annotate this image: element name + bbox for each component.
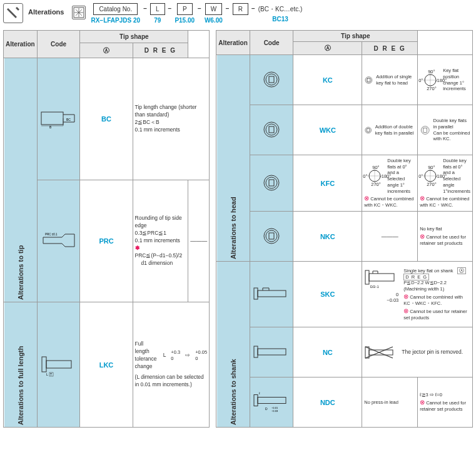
section-head: Alterations to head (216, 55, 250, 262)
svg-point-18 (266, 124, 277, 135)
ndc-d: ℓ≧3 ⇨ ℓ=0 ⊗ Cannot be used for retainer … (418, 377, 473, 428)
svg-rect-38 (254, 346, 258, 357)
svg-point-10 (264, 72, 279, 87)
svg-rect-42 (254, 394, 258, 406)
order-format: Catalog No.RX−LFAPJDS 20 − L79 − PP15.00… (91, 3, 302, 24)
th-code: Code (37, 31, 80, 58)
svg-rect-41 (369, 350, 393, 355)
suffix-val: BC13 (272, 16, 288, 23)
svg-rect-6 (46, 361, 71, 368)
svg-rect-32 (269, 233, 274, 239)
th-a-r: Ⓐ (293, 42, 362, 55)
nkc-code: NKC (293, 212, 362, 262)
bc-diagram: BCB (37, 58, 80, 180)
th-tipshape: Tip shape (80, 31, 188, 43)
svg-rect-24 (423, 128, 427, 132)
svg-text:PRC ±0.1: PRC ±0.1 (45, 233, 58, 236)
svg-rect-12 (269, 76, 274, 83)
suffix-label: (BC・KC…etc.) (258, 3, 303, 14)
svg-text:BC: BC (66, 118, 71, 121)
l-val: 79 (154, 17, 161, 24)
svg-text:L: L (46, 372, 48, 376)
th-alteration-r: Alteration (216, 31, 250, 55)
skc-desc: D/2−1 0−0.03 Single key flat on shank Ⓐ … (362, 262, 473, 327)
th-alteration: Alteration (4, 31, 38, 58)
p-box: P (177, 3, 193, 15)
section-tip: Alterations to tip (4, 58, 38, 302)
svg-point-26 (266, 177, 277, 188)
kfc-code: KFC (293, 155, 362, 212)
nc-diagram (250, 327, 293, 377)
w-box: W (205, 3, 222, 15)
svg-rect-33 (254, 288, 258, 299)
nkc-d: No key flat ⊗ Cannot be used for retaine… (418, 212, 473, 262)
svg-rect-15 (368, 78, 370, 81)
p-val: P15.00 (175, 17, 195, 24)
svg-text:ℓ: ℓ (259, 391, 260, 394)
th-dreg: D R E G (133, 43, 188, 58)
svg-rect-35 (365, 270, 369, 284)
svg-rect-36 (369, 274, 394, 281)
svg-point-25 (264, 175, 279, 190)
kfc-a: 90° 0° -180° 270° Double key flats at 0°… (362, 155, 418, 212)
kfc-d: 90° 0° -180° 270° Double key flats at 0°… (418, 155, 473, 212)
wkc-a: Addition of double key flats in parallel (362, 105, 418, 155)
svg-rect-1 (41, 112, 63, 125)
lkc-code: LKC (80, 302, 133, 428)
svg-text:T: T (50, 372, 52, 376)
th-tipshape-r: Tip shape (293, 31, 418, 42)
svg-text:−0.03: −0.03 (271, 409, 278, 412)
skc-code: SKC (293, 262, 362, 327)
prc-desc: Rounding of tip side edge 0.3≦PRC≦1 0.1 … (133, 180, 188, 302)
svg-rect-34 (258, 290, 286, 297)
section-full: Alterations to full length (4, 302, 38, 428)
svg-rect-39 (258, 349, 286, 355)
ndc-code: NDC (293, 377, 362, 428)
svg-rect-27 (269, 180, 274, 186)
kfc-diagram (250, 155, 293, 212)
section-shank: Alterations to shank (216, 262, 250, 428)
l-box: L (150, 3, 165, 15)
catalog-val: RX−LFAPJDS 20 (91, 17, 140, 24)
kc-code: KC (293, 55, 362, 105)
wkc-d: Double key flats in parallel Can be comb… (418, 105, 473, 155)
svg-rect-22 (367, 128, 370, 131)
left-table: Alteration Code Tip shape Ⓐ D R E G Alte… (3, 30, 210, 428)
svg-point-31 (266, 230, 277, 242)
right-table: Alteration Code Tip shape Ⓐ D R E G Alte… (216, 30, 473, 428)
svg-text:D/2−1: D/2−1 (370, 285, 379, 289)
lkc-desc: Full length tolerance change L +0.30 ⇨ +… (133, 302, 210, 428)
th-dreg-r: D R E G (362, 42, 418, 55)
svg-point-23 (421, 126, 429, 134)
prc-dreg: ——— (188, 180, 210, 302)
kc-a: Addition of single key flat to head (362, 55, 418, 105)
bc-desc: Tip length change (shorter than standard… (133, 58, 210, 180)
rx-icon (72, 6, 86, 19)
bc-code: BC (80, 58, 133, 180)
prc-code: PRC (80, 180, 133, 302)
kc-d: 90° 0° -180° 270° Key flat position chan… (418, 55, 473, 105)
svg-rect-43 (258, 397, 286, 403)
nc-desc: The jector pin is removed. (362, 327, 473, 377)
wkc-code: WKC (293, 105, 362, 155)
kc-diagram (250, 55, 293, 105)
prc-diagram: PRC ±0.1 (37, 180, 80, 302)
r-box: R (233, 3, 248, 15)
skc-diagram (250, 262, 293, 327)
th-a: Ⓐ (80, 43, 133, 58)
svg-rect-5 (42, 357, 46, 372)
ndc-a: No press-in lead (362, 377, 418, 428)
alterations-icon (3, 3, 23, 23)
th-code-r: Code (250, 31, 293, 55)
svg-point-17 (264, 122, 279, 137)
svg-point-11 (266, 74, 277, 85)
ndc-diagram: ℓD−0.01−0.03 (250, 377, 293, 428)
lkc-diagram: LT (37, 302, 80, 428)
svg-point-30 (264, 228, 279, 244)
svg-point-14 (367, 78, 372, 83)
svg-text:D: D (265, 406, 268, 410)
nc-code: NC (293, 327, 362, 377)
nkc-a: ——— (362, 212, 418, 262)
svg-point-21 (366, 128, 370, 132)
svg-rect-19 (269, 126, 274, 133)
